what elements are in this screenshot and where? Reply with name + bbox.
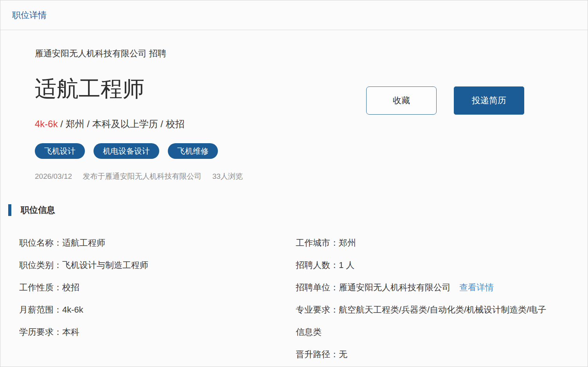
- apply-resume-button[interactable]: 投递简历: [454, 86, 524, 115]
- detail-row-job-name: 职位名称：适航工程师: [19, 232, 296, 254]
- job-tag[interactable]: 飞机设计: [35, 143, 85, 159]
- detail-row-major-requirement: 专业要求：航空航天工程类/兵器类/自动化类/机械设计制造类/电子信息类: [296, 299, 554, 343]
- job-info-left-column: 职位名称：适航工程师 职位类别：飞机设计与制造工程师 工作性质：校招 月薪范围：…: [19, 232, 296, 365]
- detail-row-work-city: 工作城市：郑州: [296, 232, 554, 254]
- detail-row-promotion-path: 晋升路径：无: [296, 343, 554, 365]
- job-tag[interactable]: 飞机维修: [168, 143, 218, 159]
- publish-meta-line: 2026/03/12 发布于雁通安阳无人机科技有限公司 33人浏览: [35, 172, 588, 181]
- company-recruiting-line: 雁通安阳无人机科技有限公司 招聘: [35, 48, 588, 59]
- view-company-details-link[interactable]: 查看详情: [459, 282, 494, 292]
- section-title: 职位信息: [21, 204, 55, 216]
- topbar: 职位详情: [0, 0, 588, 30]
- publish-source: 发布于雁通安阳无人机科技有限公司: [83, 172, 201, 180]
- job-tag[interactable]: 机电设备设计: [94, 143, 159, 159]
- view-count: 33人浏览: [212, 172, 243, 180]
- detail-row-job-nature: 工作性质：校招: [19, 276, 296, 299]
- job-info-grid: 职位名称：适航工程师 职位类别：飞机设计与制造工程师 工作性质：校招 月薪范围：…: [0, 232, 588, 365]
- favorite-button[interactable]: 收藏: [366, 86, 437, 115]
- section-header: 职位信息: [0, 204, 588, 216]
- action-buttons: 收藏 投递简历: [366, 86, 524, 115]
- detail-row-job-category: 职位类别：飞机设计与制造工程师: [19, 254, 296, 276]
- salary-range: 4k-6k: [35, 119, 58, 129]
- detail-row-salary-range: 月薪范围：4k-6k: [19, 299, 296, 321]
- job-tags: 飞机设计 机电设备设计 飞机维修: [35, 143, 588, 159]
- section-accent-bar: [8, 204, 11, 216]
- detail-row-recruiting-unit: 招聘单位：雁通安阳无人机科技有限公司查看详情: [296, 276, 554, 299]
- job-summary-line: 4k-6k / 郑州 / 本科及以上学历 / 校招: [35, 117, 588, 131]
- publish-date: 2026/03/12: [35, 172, 72, 180]
- detail-row-headcount: 招聘人数：1 人: [296, 254, 554, 276]
- job-summary-rest: / 郑州 / 本科及以上学历 / 校招: [58, 119, 185, 129]
- job-detail-page: 职位详情 雁通安阳无人机科技有限公司 招聘 适航工程师 4k-6k / 郑州 /…: [0, 0, 588, 367]
- detail-row-education: 学历要求：本科: [19, 321, 296, 343]
- job-info-right-column: 工作城市：郑州 招聘人数：1 人 招聘单位：雁通安阳无人机科技有限公司查看详情 …: [296, 232, 562, 365]
- page-title: 职位详情: [12, 9, 47, 21]
